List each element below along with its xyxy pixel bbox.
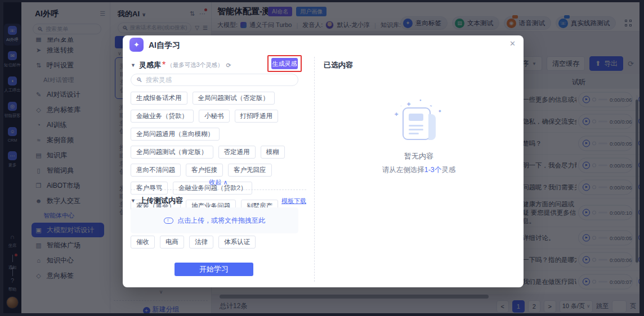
- ai-self-learning-modal: ✦ AI自学习 ✕ ▼ 灵感库 * （最多可选3个灵感） ⟳ 生成灵感 🔍︎ 搜…: [123, 35, 524, 287]
- inspiration-tag[interactable]: 打招呼通用: [235, 110, 279, 123]
- section-collapse-icon[interactable]: ▼: [131, 62, 136, 68]
- inspiration-search-input[interactable]: 🔍︎ 搜索灵感: [131, 74, 298, 86]
- inspiration-tag[interactable]: 法律: [189, 236, 213, 249]
- inspiration-tag[interactable]: 否定通用: [218, 146, 256, 159]
- inspiration-section-title: 灵感库: [139, 60, 161, 70]
- empty-document-illustration: ✚ ✚ ● ◆ ○ ": [393, 102, 444, 146]
- inspiration-tag[interactable]: 生成报备话术用: [131, 92, 187, 105]
- collapse-link[interactable]: 收起 ∧: [123, 178, 314, 187]
- selected-content-title: 已选内容: [324, 60, 353, 70]
- start-learning-button[interactable]: 开始学习: [175, 263, 253, 276]
- generate-inspiration-button[interactable]: 生成灵感: [271, 58, 298, 69]
- cloud-upload-icon: [164, 218, 173, 224]
- modal-title: AI自学习: [149, 40, 180, 51]
- inspiration-tag[interactable]: 客户无回应: [228, 164, 272, 177]
- inspiration-tag[interactable]: 模糊: [261, 146, 285, 159]
- inspiration-tag[interactable]: 催收: [131, 236, 155, 249]
- inspiration-tag[interactable]: 全局问题测试（否定版）: [193, 92, 275, 105]
- upload-section-title: 上传测试内容: [139, 196, 183, 206]
- inspiration-tag[interactable]: 体系认证: [218, 236, 256, 249]
- required-asterisk: *: [162, 60, 166, 70]
- close-icon[interactable]: ✕: [509, 39, 516, 48]
- sparkle-icon: ✦: [129, 38, 144, 52]
- template-download-link[interactable]: 模板下载: [281, 197, 306, 205]
- inspiration-tag[interactable]: 客户拒接: [186, 164, 223, 177]
- section-collapse-icon[interactable]: ▼: [131, 198, 136, 204]
- upload-dropzone[interactable]: 点击上传，或将文件拖拽至此: [131, 207, 298, 233]
- inspiration-tag[interactable]: 意向不清问题: [131, 164, 181, 177]
- refresh-icon[interactable]: ⟳: [226, 62, 231, 69]
- inspiration-tag[interactable]: 全局问题测试（肯定版）: [131, 146, 213, 159]
- search-icon: 🔍︎: [136, 76, 142, 83]
- inspiration-tag[interactable]: 金融业务（贷款）: [131, 110, 194, 123]
- empty-state: ✚ ✚ ● ◆ ○ " 暂无内容 请从左侧选择1-3个灵感: [314, 102, 524, 175]
- inspiration-tag[interactable]: 电商: [160, 236, 184, 249]
- divider: [131, 189, 306, 190]
- inspiration-tag[interactable]: 小秘书: [199, 110, 230, 123]
- inspiration-tag[interactable]: 全局问题通用（意向模糊）: [131, 128, 220, 141]
